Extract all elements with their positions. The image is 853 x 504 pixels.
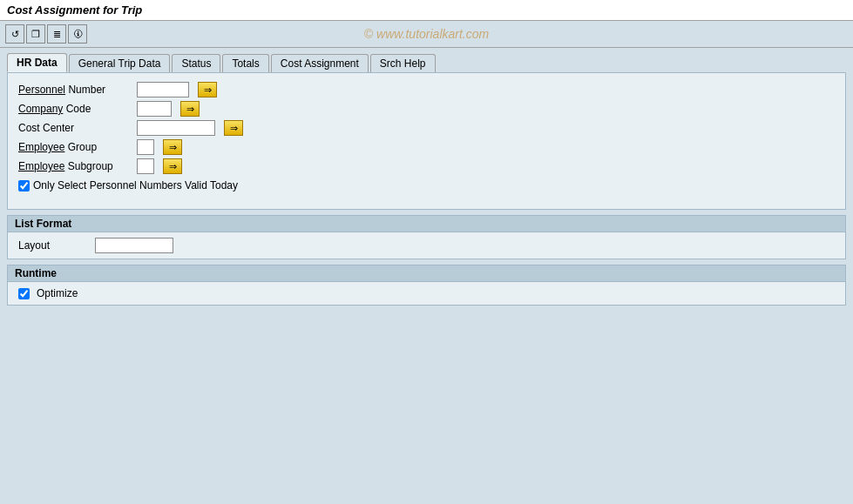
layout-label: Layout	[18, 239, 88, 252]
company-code-label: Company Code	[18, 103, 132, 115]
personnel-number-input[interactable]	[137, 82, 189, 97]
cost-center-arrow-btn[interactable]: ⇒	[224, 120, 243, 136]
find-button[interactable]: ≣	[47, 24, 66, 44]
tab-totals[interactable]: Totals	[222, 54, 268, 72]
employee-group-input[interactable]	[137, 139, 154, 155]
valid-today-row: Only Select Personnel Numbers Valid Toda…	[18, 179, 835, 192]
cost-center-input[interactable]	[137, 120, 215, 136]
employee-subgroup-input[interactable]	[137, 158, 154, 174]
valid-today-label: Only Select Personnel Numbers Valid Toda…	[33, 179, 238, 192]
employee-group-arrow-btn[interactable]: ⇒	[163, 139, 182, 155]
tab-status[interactable]: Status	[172, 54, 220, 72]
employee-subgroup-label: Employee Subgroup	[18, 160, 132, 172]
personnel-number-row: Personnel Number ⇒	[18, 82, 835, 97]
optimize-label: Optimize	[37, 287, 78, 299]
main-content: Personnel Number ⇒ Company Code ⇒ Cost C…	[0, 72, 853, 318]
hr-data-body: Personnel Number ⇒ Company Code ⇒ Cost C…	[8, 73, 845, 209]
help-button[interactable]: 🛈	[68, 24, 87, 44]
tab-bar: HR Data General Trip Data Status Totals …	[0, 48, 853, 72]
hr-data-panel: Personnel Number ⇒ Company Code ⇒ Cost C…	[7, 72, 846, 210]
valid-today-checkbox[interactable]	[18, 180, 30, 192]
company-code-arrow-btn[interactable]: ⇒	[180, 101, 200, 117]
tab-hr-data[interactable]: HR Data	[7, 53, 67, 72]
layout-row: Layout	[8, 232, 845, 259]
list-format-panel: List Format Layout	[7, 215, 846, 259]
runtime-header: Runtime	[8, 265, 845, 282]
tab-cost-assignment[interactable]: Cost Assignment	[271, 54, 369, 72]
cost-center-label: Cost Center	[18, 122, 132, 134]
personnel-number-arrow-btn[interactable]: ⇒	[198, 82, 217, 97]
employee-group-row: Employee Group ⇒	[18, 139, 835, 155]
optimize-row: Optimize	[8, 282, 845, 305]
employee-subgroup-row: Employee Subgroup ⇒	[18, 158, 835, 174]
title-bar: Cost Assignment for Trip	[0, 0, 853, 21]
tab-general-trip-data[interactable]: General Trip Data	[69, 54, 171, 72]
runtime-panel: Runtime Optimize	[7, 265, 846, 306]
company-code-row: Company Code ⇒	[18, 101, 835, 117]
tab-srch-help[interactable]: Srch Help	[370, 54, 436, 72]
employee-group-label: Employee Group	[18, 141, 132, 153]
watermark: © www.tutorialkart.com	[364, 27, 489, 41]
save-button[interactable]: ❐	[26, 24, 45, 44]
toolbar: ↺ ❐ ≣ 🛈 © www.tutorialkart.com	[0, 21, 853, 48]
company-code-input[interactable]	[137, 101, 172, 117]
cost-center-row: Cost Center ⇒	[18, 120, 835, 136]
list-format-header: List Format	[8, 216, 845, 232]
page-title: Cost Assignment for Trip	[7, 3, 142, 17]
layout-input[interactable]	[95, 238, 173, 253]
optimize-checkbox[interactable]	[18, 288, 30, 299]
personnel-number-label: Personnel Number	[18, 84, 132, 96]
back-button[interactable]: ↺	[5, 24, 24, 44]
employee-subgroup-arrow-btn[interactable]: ⇒	[163, 158, 182, 174]
